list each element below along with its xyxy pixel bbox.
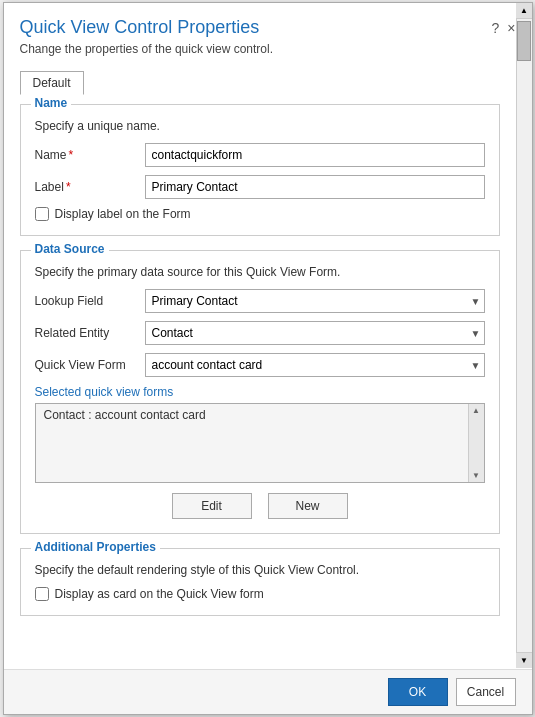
additional-legend: Additional Properties	[31, 540, 160, 554]
cancel-button[interactable]: Cancel	[456, 678, 516, 706]
quick-view-form-wrapper: account contact card ▼	[145, 353, 485, 377]
additional-section: Additional Properties Specify the defaul…	[20, 548, 500, 616]
label-input[interactable]	[145, 175, 485, 199]
dialog: Quick View Control Properties ? × Change…	[3, 2, 533, 715]
label-required: *	[66, 180, 71, 194]
listbox-scroll-up-icon[interactable]: ▲	[470, 404, 482, 417]
close-icon[interactable]: ×	[507, 20, 515, 36]
name-required: *	[69, 148, 74, 162]
related-entity-wrapper: Contact ▼	[145, 321, 485, 345]
scrollbar-thumb[interactable]	[517, 21, 531, 61]
dialog-footer: OK Cancel	[4, 669, 532, 714]
ok-button[interactable]: OK	[388, 678, 448, 706]
dialog-subtitle: Change the properties of the quick view …	[20, 42, 516, 56]
display-card-checkbox[interactable]	[35, 587, 49, 601]
related-entity-label: Related Entity	[35, 326, 145, 340]
selected-label: Selected quick view forms	[35, 385, 485, 399]
lookup-field-wrapper: Primary Contact ▼	[145, 289, 485, 313]
lookup-field-select[interactable]: Primary Contact	[145, 289, 485, 313]
listbox-scroll-down-icon[interactable]: ▼	[470, 469, 482, 482]
tab-default[interactable]: Default	[20, 71, 84, 95]
listbox-scrollbar: ▲ ▼	[468, 404, 484, 482]
dialog-body: Default Name Specify a unique name. Name…	[4, 64, 532, 669]
display-label-checkbox[interactable]	[35, 207, 49, 221]
scrollbar-up-icon[interactable]: ▲	[516, 3, 532, 19]
edit-button[interactable]: Edit	[172, 493, 252, 519]
display-label-row: Display label on the Form	[35, 207, 485, 221]
new-button[interactable]: New	[268, 493, 348, 519]
label-label: Label*	[35, 180, 145, 194]
datasource-legend: Data Source	[31, 242, 109, 256]
name-row: Name*	[35, 143, 485, 167]
listbox-item: Contact : account contact card	[36, 404, 484, 426]
additional-desc: Specify the default rendering style of t…	[35, 563, 485, 577]
name-section-legend: Name	[31, 96, 72, 110]
display-card-text: Display as card on the Quick View form	[55, 587, 264, 601]
dialog-header: Quick View Control Properties ? × Change…	[4, 3, 532, 64]
related-entity-row: Related Entity Contact ▼	[35, 321, 485, 345]
quick-view-form-select[interactable]: account contact card	[145, 353, 485, 377]
related-entity-select[interactable]: Contact	[145, 321, 485, 345]
dialog-title: Quick View Control Properties	[20, 17, 260, 38]
name-section-desc: Specify a unique name.	[35, 119, 485, 133]
scrollbar-down-icon[interactable]: ▼	[516, 652, 532, 668]
quick-view-form-row: Quick View Form account contact card ▼	[35, 353, 485, 377]
name-input[interactable]	[145, 143, 485, 167]
help-icon[interactable]: ?	[492, 20, 500, 36]
tab-bar: Default	[20, 70, 500, 94]
datasource-section: Data Source Specify the primary data sou…	[20, 250, 500, 534]
lookup-field-row: Lookup Field Primary Contact ▼	[35, 289, 485, 313]
name-label: Name*	[35, 148, 145, 162]
dialog-title-icons: ? ×	[492, 20, 516, 36]
display-card-row: Display as card on the Quick View form	[35, 587, 485, 601]
listbox: Contact : account contact card ▲ ▼	[35, 403, 485, 483]
display-label-text: Display label on the Form	[55, 207, 191, 221]
label-row: Label*	[35, 175, 485, 199]
dialog-scrollbar: ▲ ▼	[516, 3, 532, 668]
name-section: Name Specify a unique name. Name* Label*…	[20, 104, 500, 236]
datasource-desc: Specify the primary data source for this…	[35, 265, 485, 279]
lookup-field-label: Lookup Field	[35, 294, 145, 308]
datasource-btn-row: Edit New	[35, 493, 485, 519]
quick-view-form-label: Quick View Form	[35, 358, 145, 372]
